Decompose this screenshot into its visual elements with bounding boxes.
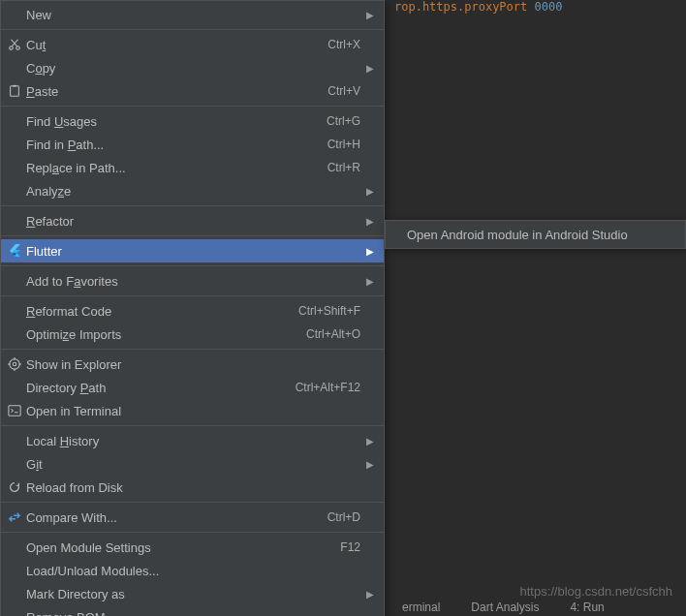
blank-icon (5, 609, 24, 616)
flutter-submenu: Open Android module in Android Studio (385, 220, 686, 249)
svg-rect-6 (9, 406, 20, 416)
submenu-arrow-icon: ▶ (364, 246, 374, 257)
menu-item-remove-bom[interactable]: Remove BOM (1, 605, 384, 616)
blank-icon (5, 456, 24, 472)
blank-icon (5, 433, 24, 448)
submenu-item-label: Open Android module in Android Studio (407, 228, 675, 242)
blank-icon (5, 303, 24, 319)
svg-point-0 (10, 46, 14, 50)
submenu-arrow-icon: ▶ (364, 459, 374, 470)
menu-item-copy[interactable]: Copy▶ (1, 56, 384, 79)
menu-item-label: Open in Terminal (26, 404, 364, 418)
menu-item-label: Load/Unload Modules... (26, 564, 364, 578)
menu-item-label: Git (26, 457, 364, 472)
menu-separator (1, 235, 384, 236)
blank-icon (5, 586, 24, 601)
context-menu: New▶CutCtrl+XCopy▶PasteCtrl+VFind Usages… (0, 0, 385, 616)
menu-item-cut[interactable]: CutCtrl+X (1, 33, 384, 56)
menu-item-label: Optimize Imports (26, 327, 306, 342)
menu-item-label: Copy (26, 61, 364, 76)
menu-item-shortcut: F12 (340, 540, 364, 554)
menu-item-label: Show in Explorer (26, 357, 364, 372)
menu-item-label: Find in Path... (26, 138, 327, 152)
menu-item-label: Replace in Path... (26, 161, 327, 175)
scissors-icon (5, 37, 24, 52)
code-value: 0000 (535, 0, 563, 14)
menu-item-flutter[interactable]: Flutter▶ (1, 239, 384, 262)
blank-icon (5, 113, 24, 129)
clipboard-icon (5, 83, 24, 99)
terminal-icon (5, 403, 24, 418)
menu-separator (1, 265, 384, 266)
bottom-tool-strip: erminal Dart Analysis 4: Run (385, 601, 686, 616)
menu-item-shortcut: Ctrl+V (327, 84, 364, 98)
svg-point-5 (13, 362, 16, 366)
menu-item-shortcut: Ctrl+G (327, 114, 364, 128)
tool-dart-analysis[interactable]: Dart Analysis (471, 601, 539, 616)
submenu-arrow-icon: ▶ (364, 10, 374, 20)
blank-icon (5, 213, 24, 229)
menu-item-refactor[interactable]: Refactor▶ (1, 209, 384, 232)
menu-separator (1, 205, 384, 206)
menu-item-label: Flutter (26, 244, 364, 259)
menu-item-shortcut: Ctrl+R (327, 161, 364, 174)
blank-icon (5, 380, 24, 395)
menu-item-shortcut: Ctrl+Shift+F (298, 304, 364, 318)
compare-icon (5, 509, 24, 525)
menu-item-new[interactable]: New▶ (1, 3, 384, 26)
menu-item-replace-in-path[interactable]: Replace in Path...Ctrl+R (1, 156, 384, 179)
submenu-arrow-icon: ▶ (364, 589, 374, 600)
tool-run[interactable]: 4: Run (570, 601, 604, 616)
tool-terminal[interactable]: erminal (402, 601, 440, 616)
menu-item-reload-from-disk[interactable]: Reload from Disk (1, 476, 384, 499)
menu-item-mark-directory-as[interactable]: Mark Directory as▶ (1, 582, 384, 605)
menu-item-label: Reload from Disk (26, 480, 364, 495)
menu-item-local-history[interactable]: Local History▶ (1, 429, 384, 452)
menu-item-reformat-code[interactable]: Reformat CodeCtrl+Shift+F (1, 299, 384, 323)
menu-item-git[interactable]: Git▶ (1, 452, 384, 476)
menu-item-label: Add to Favorites (26, 274, 364, 289)
menu-item-shortcut: Ctrl+X (327, 38, 364, 51)
menu-item-show-in-explorer[interactable]: Show in Explorer (1, 353, 384, 376)
menu-separator (1, 425, 384, 426)
menu-item-label: Remove BOM (26, 610, 364, 617)
menu-item-label: Analyze (26, 184, 364, 199)
reload-icon (5, 479, 24, 495)
menu-item-shortcut: Ctrl+H (327, 138, 364, 151)
menu-item-compare-with[interactable]: Compare With...Ctrl+D (1, 506, 384, 529)
svg-rect-2 (11, 86, 19, 97)
menu-item-directory-path[interactable]: Directory PathCtrl+Alt+F12 (1, 376, 384, 399)
svg-point-1 (16, 46, 20, 50)
menu-item-label: Local History (26, 434, 364, 448)
menu-separator (1, 29, 384, 30)
menu-item-load-unload-modules[interactable]: Load/Unload Modules... (1, 559, 384, 582)
menu-item-label: Paste (26, 84, 327, 99)
blank-icon (5, 137, 24, 152)
menu-item-paste[interactable]: PasteCtrl+V (1, 79, 384, 103)
menu-item-find-usages[interactable]: Find UsagesCtrl+G (1, 109, 384, 133)
menu-item-label: Find Usages (26, 114, 327, 129)
menu-separator (1, 295, 384, 296)
submenu-open-android-module[interactable]: Open Android module in Android Studio (386, 223, 685, 246)
menu-item-label: Refactor (26, 214, 364, 229)
menu-item-open-module-settings[interactable]: Open Module SettingsF12 (1, 536, 384, 559)
menu-item-find-in-path[interactable]: Find in Path...Ctrl+H (1, 133, 384, 156)
submenu-arrow-icon: ▶ (364, 216, 374, 227)
blank-icon (5, 183, 24, 199)
blank-icon (5, 160, 24, 175)
blank-icon (5, 273, 24, 289)
blank-icon (5, 563, 24, 578)
blank-icon (5, 539, 24, 555)
menu-item-optimize-imports[interactable]: Optimize ImportsCtrl+Alt+O (1, 323, 384, 346)
menu-item-label: Mark Directory as (26, 587, 364, 601)
svg-rect-3 (13, 85, 16, 87)
menu-item-label: Compare With... (26, 510, 327, 525)
menu-item-add-to-favorites[interactable]: Add to Favorites▶ (1, 269, 384, 293)
editor-code-line: rop.https.proxyPort 0000 (385, 0, 686, 19)
menu-separator (1, 532, 384, 533)
flutter-icon (5, 243, 24, 259)
menu-item-analyze[interactable]: Analyze▶ (1, 179, 384, 202)
menu-item-open-in-terminal[interactable]: Open in Terminal (1, 399, 384, 422)
menu-item-label: New (26, 8, 364, 22)
blank-icon (5, 7, 24, 22)
